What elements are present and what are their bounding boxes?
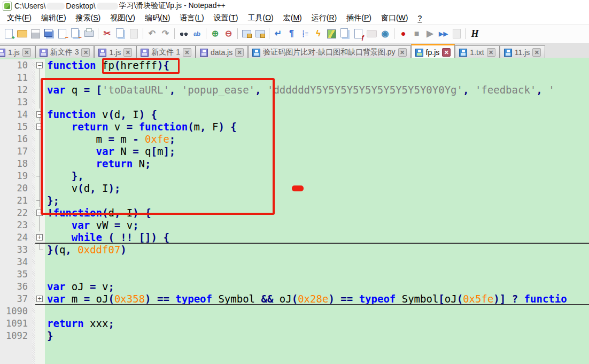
menu-item-工具[interactable]: 工具(O) (243, 12, 278, 24)
menu-item-语言[interactable]: 语言(L) (175, 12, 208, 24)
menu-item-运行[interactable]: 运行(R) (307, 12, 342, 24)
document-map-icon[interactable] (326, 28, 338, 40)
zoom-out-icon[interactable]: ⊖ (222, 28, 235, 40)
code-text: m = m - 0xfe; (45, 133, 589, 145)
close-all-icon[interactable]: − (69, 28, 82, 40)
line-number-margin (0, 342, 32, 364)
menu-item-宏[interactable]: 宏(M) (278, 12, 307, 24)
tab-close-icon[interactable]: ✕ (183, 48, 191, 57)
fold-margin (35, 268, 45, 281)
tab-close-icon[interactable]: ✕ (22, 48, 31, 57)
code-text: var vW = v; (45, 219, 589, 231)
new-file-icon[interactable]: + (3, 28, 15, 40)
menu-item-插件[interactable]: 插件(P) (342, 12, 376, 24)
sync-vertical-icon[interactable] (241, 28, 253, 40)
tab-close-icon[interactable]: ✕ (487, 48, 495, 57)
tab-1.js[interactable]: 1.js✕ (94, 45, 136, 59)
tab-label: 新文件 3 (50, 48, 79, 57)
code-editor[interactable]: 10−function fp(hrefff){1112var q = ['toD… (0, 58, 589, 364)
macro-run-multi-icon[interactable]: ▶▶ (437, 28, 449, 40)
fold-margin (35, 305, 45, 317)
print-icon[interactable] (83, 28, 95, 40)
menu-item-编辑[interactable]: 编辑(E) (36, 12, 71, 24)
fold-collapsed-icon[interactable]: + (36, 296, 43, 302)
menu-item-文件[interactable]: 文件(F) (2, 12, 36, 24)
tab-验证码图片比对-缺口图和缺口背景图.py[interactable]: 验证码图片比对-缺口图和缺口背景图.py✕ (248, 45, 410, 59)
menu-item-视图[interactable]: 视图(V) (105, 12, 140, 24)
menu-item-编码[interactable]: 编码(N) (140, 12, 175, 24)
tab-close-icon[interactable]: ✕ (442, 48, 451, 57)
tab-新文件 1[interactable]: 新文件 1✕ (136, 45, 196, 59)
save-all-icon[interactable] (43, 28, 55, 40)
tab-11.js[interactable]: 11.js✕ (500, 45, 546, 59)
line-number: 17 (0, 145, 32, 158)
function-list-icon[interactable]: ƒ (352, 28, 365, 40)
menu-item-设置[interactable]: 设置(T) (209, 12, 243, 24)
file-saved-icon (504, 49, 512, 57)
tab-close-icon[interactable]: ✕ (81, 48, 90, 57)
fold-margin (35, 182, 45, 195)
replace-icon[interactable]: ab (191, 28, 203, 40)
menu-item-搜索[interactable]: 搜索(S) (71, 12, 106, 24)
close-file-icon[interactable]: − (56, 28, 68, 40)
code-text: var oJ = v; (45, 281, 589, 293)
macro-play-icon[interactable]: ▶ (424, 28, 436, 40)
hex-editor-icon[interactable]: H (469, 28, 481, 40)
tab-fp.js[interactable]: fp.js✕ (411, 44, 455, 59)
monitoring-icon[interactable]: ◉ (379, 28, 391, 40)
tab-1.js[interactable]: 1.js✕ (0, 45, 35, 59)
word-wrap-icon[interactable]: ↵ (272, 28, 284, 40)
indent-guide-icon[interactable]: ┊≡ (299, 28, 311, 40)
show-all-chars-icon[interactable]: ¶ (285, 28, 298, 40)
fold-expanded-icon[interactable]: − (36, 111, 43, 118)
save-icon[interactable] (29, 28, 42, 40)
fold-collapsed-icon[interactable]: + (36, 234, 43, 241)
fold-expanded-icon[interactable]: − (36, 62, 43, 68)
file-saved-icon (0, 49, 5, 57)
file-saved-icon (200, 49, 208, 57)
open-folder-icon[interactable] (16, 28, 28, 40)
fold-margin (35, 281, 45, 293)
editor-line-36: 36var oJ = v; (0, 281, 589, 293)
fold-expanded-icon[interactable]: − (36, 210, 43, 216)
tab-close-icon[interactable]: ✕ (398, 48, 407, 57)
paste-icon[interactable] (128, 28, 140, 40)
line-number: 1091 (0, 317, 32, 330)
fold-margin: − (35, 109, 45, 121)
find-icon[interactable] (177, 28, 190, 40)
line-number: 15 (0, 121, 32, 133)
undo-icon[interactable]: ↶ (146, 28, 158, 40)
tab-close-icon[interactable]: ✕ (532, 48, 541, 57)
fold-expanded-icon[interactable]: − (36, 123, 43, 130)
fold-margin (35, 96, 45, 109)
redo-icon[interactable]: ↷ (159, 28, 172, 40)
code-text: !function(d, I) { (45, 207, 589, 219)
code-text: } (45, 330, 589, 342)
fold-margin (35, 72, 45, 84)
line-number: 11 (0, 72, 32, 84)
fold-margin: − (35, 121, 45, 133)
tab-data.js[interactable]: data.js✕ (196, 45, 248, 59)
zoom-in-icon[interactable]: ⊕ (209, 28, 221, 40)
cut-icon[interactable]: ✂ (101, 28, 113, 40)
editor-line-1090: 1090 (0, 305, 589, 317)
line-number: 10 (0, 59, 32, 72)
tab-新文件 3[interactable]: 新文件 3✕ (35, 45, 95, 59)
macro-save-icon[interactable] (451, 28, 463, 40)
menu-item-窗口[interactable]: 窗口(W) (376, 12, 413, 24)
file-saved-icon (141, 49, 149, 57)
function-completion-icon[interactable]: ϟ (312, 28, 324, 40)
tab-1.txt[interactable]: 1.txt✕ (455, 45, 499, 59)
menu-item-?[interactable]: ? (413, 13, 427, 24)
fold-tick (36, 176, 40, 176)
copy-icon[interactable] (114, 28, 127, 40)
tab-close-icon[interactable]: ✕ (235, 48, 244, 57)
macro-record-icon[interactable]: ● (397, 28, 409, 40)
doc-switcher-icon[interactable] (339, 28, 351, 40)
sync-horizontal-icon[interactable] (254, 28, 266, 40)
code-text: v(d, I); (45, 182, 589, 195)
folder-workspace-icon[interactable] (366, 28, 378, 40)
toolbar-separator (237, 28, 238, 39)
tab-close-icon[interactable]: ✕ (123, 48, 132, 57)
macro-stop-icon[interactable]: ■ (410, 28, 423, 40)
